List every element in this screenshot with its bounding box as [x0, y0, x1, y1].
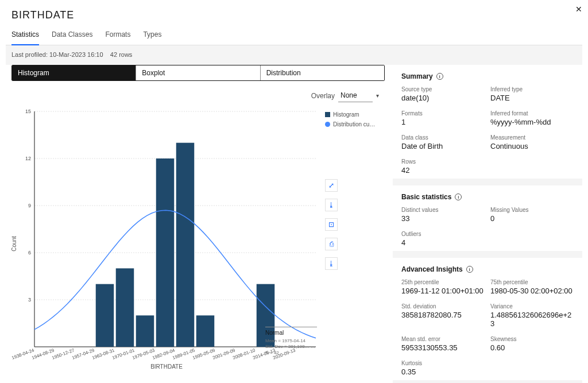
basic-title: Basic statistics [401, 193, 451, 201]
summary-title: Summary [401, 72, 433, 80]
formats-value: 1 [401, 118, 485, 126]
adv-title: Advanced Insights [401, 265, 463, 273]
source-type-value: date(10) [401, 94, 485, 102]
normal-summary-box: Normal Mean = 1975-04-14 Std. Dev = 381,… [265, 327, 317, 356]
p75-label: 75th percentile [490, 279, 574, 285]
normal-mean: Mean = 1975-04-14 [265, 338, 317, 344]
close-icon[interactable]: ✕ [575, 5, 582, 14]
svg-text:2008-01-10: 2008-01-10 [232, 347, 256, 361]
info-icon[interactable]: i [466, 266, 473, 273]
viewtab-distribution[interactable]: Distribution [261, 65, 384, 80]
overlay-label: Overlay [311, 92, 335, 100]
outliers-value: 4 [401, 238, 485, 247]
page-title: BIRTHDATE [6, 0, 582, 26]
svg-text:1957-04-29: 1957-04-29 [71, 347, 95, 361]
tab-formats[interactable]: Formats [105, 26, 130, 45]
inferred-format-value: %yyyy-%mm-%dd [490, 118, 574, 126]
profile-meta: Last profiled: 10-Mar-2023 16:10 42 rows [6, 45, 582, 65]
measurement-value: Continuous [490, 142, 574, 150]
var-label: Variance [490, 303, 574, 310]
svg-text:1989-01-05: 1989-01-05 [172, 347, 196, 361]
tool-reset[interactable]: ⊡ [325, 218, 338, 231]
inferred-type-label: Inferred type [490, 86, 574, 92]
inferred-format-label: Inferred format [490, 110, 574, 117]
kurt-value: 0.35 [401, 367, 485, 376]
tab-statistics[interactable]: Statistics [11, 26, 39, 45]
data-class-label: Data class [401, 134, 485, 141]
normal-std: Std. Dev = 381,198… days [265, 344, 317, 350]
x-axis-label: BIRTHDATE [150, 363, 183, 370]
svg-text:6: 6 [28, 250, 31, 256]
overlay-select[interactable]: None [338, 89, 373, 102]
source-type-label: Source type [401, 86, 485, 92]
rows-label: Rows [401, 158, 485, 165]
distinct-label: Distinct values [401, 207, 485, 213]
svg-text:9: 9 [28, 203, 31, 208]
formats-label: Formats [401, 110, 485, 117]
tool-image[interactable]: ⎙ [325, 238, 338, 250]
chevron-down-icon: ▾ [376, 92, 379, 99]
var-value: 1.488561326062696e+23 [490, 311, 574, 328]
svg-rect-13 [116, 268, 134, 347]
legend-distribution: Distribution cu… [325, 121, 385, 127]
normal-title: Normal [265, 330, 317, 336]
svg-text:1970-01-01: 1970-01-01 [111, 347, 136, 361]
legend-histogram: Histogram [325, 111, 385, 118]
viewtab-histogram[interactable]: Histogram [12, 65, 136, 80]
info-icon[interactable]: i [436, 73, 443, 80]
kurt-label: Kurtosis [401, 360, 485, 366]
p75-value: 1980-05-30 02:00+02:00 [490, 287, 574, 295]
legend-distribution-label: Distribution cu… [333, 121, 375, 127]
rows-value: 42 [401, 166, 485, 175]
svg-text:1950-12-27: 1950-12-27 [51, 347, 75, 361]
measurement-label: Measurement [490, 134, 574, 141]
mse-value: 59533130553.35 [401, 343, 485, 352]
missing-label: Missing Values [490, 207, 574, 213]
svg-text:1995-05-09: 1995-05-09 [192, 347, 216, 361]
normal-n: N = 42 [265, 350, 317, 356]
legend-histogram-label: Histogram [333, 111, 359, 118]
info-icon[interactable]: i [455, 194, 462, 200]
std-value: 385818782080.75 [401, 311, 485, 319]
svg-rect-17 [196, 315, 215, 347]
svg-text:12: 12 [25, 156, 31, 161]
p25-label: 25th percentile [401, 279, 485, 285]
svg-text:15: 15 [25, 109, 31, 114]
histogram-chart: 36912151938-04-241944-08-291950-12-27195… [11, 106, 322, 376]
tab-data-classes[interactable]: Data Classes [52, 26, 92, 45]
data-class-value: Date of Birth [401, 142, 485, 150]
svg-rect-16 [176, 143, 195, 347]
distinct-value: 33 [401, 214, 485, 223]
overlay-value: None [341, 91, 357, 99]
std-label: Std. deviation [401, 303, 485, 310]
inferred-type-value: DATE [490, 94, 574, 102]
svg-text:1976-05-03: 1976-05-03 [131, 347, 156, 361]
svg-text:2001-09-09: 2001-09-09 [212, 347, 236, 361]
viewtab-boxplot[interactable]: Boxplot [136, 65, 260, 80]
skew-value: 0.60 [490, 343, 574, 352]
last-profiled-label: Last profiled: [11, 51, 48, 58]
y-axis-label: Count [11, 236, 17, 252]
tool-download[interactable]: ⭳ [325, 199, 338, 211]
svg-text:1982-09-04: 1982-09-04 [152, 347, 176, 361]
tool-zoom[interactable]: ⤢ [325, 179, 338, 192]
circle-icon [325, 122, 330, 127]
svg-text:1944-08-29: 1944-08-29 [31, 347, 55, 361]
svg-rect-15 [156, 158, 175, 347]
svg-text:1963-08-31: 1963-08-31 [91, 347, 115, 361]
last-profiled-value: 10-Mar-2023 16:10 [49, 51, 103, 58]
rows-meta: 42 rows [110, 51, 133, 58]
tool-export[interactable]: ⭳ [325, 257, 338, 270]
mse-label: Mean std. error [401, 336, 485, 342]
missing-value: 0 [490, 214, 574, 223]
p25-value: 1969-11-12 01:00+01:00 [401, 287, 485, 295]
outliers-label: Outliers [401, 231, 485, 237]
svg-rect-12 [96, 284, 114, 347]
skew-label: Skewness [490, 336, 574, 342]
svg-rect-14 [136, 315, 154, 347]
square-icon [325, 112, 330, 117]
svg-text:3: 3 [28, 297, 31, 303]
tab-types[interactable]: Types [143, 26, 161, 45]
